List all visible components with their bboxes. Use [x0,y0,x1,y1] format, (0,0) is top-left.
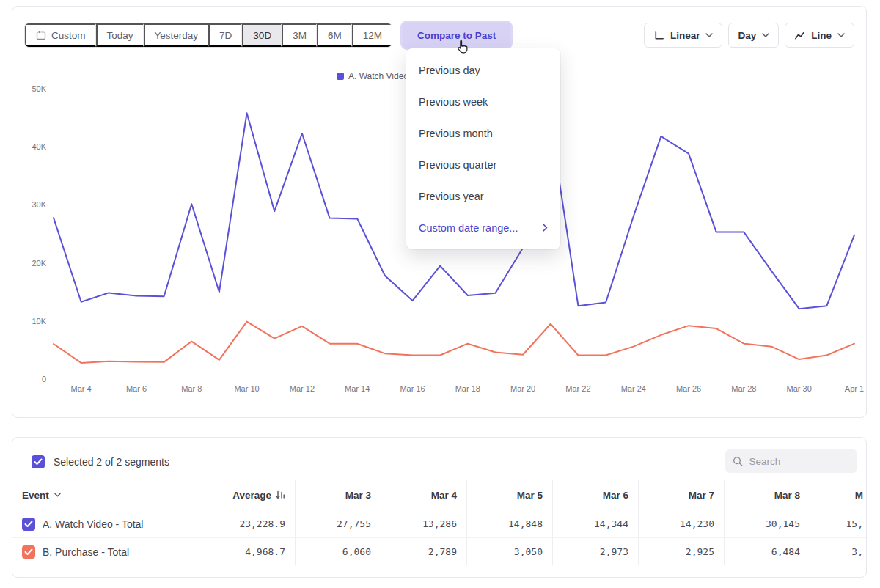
average-value: 4,968.7 [210,538,296,565]
event-cell: B. Purchase - Total [12,538,210,565]
date-value: 30,145 [725,510,810,537]
svg-text:Mar 12: Mar 12 [290,384,315,393]
date-value: 3, [810,538,866,565]
search-box [725,449,857,473]
table-row: B. Purchase - Total4,968.76,0602,7893,05… [12,537,866,565]
svg-text:Mar 28: Mar 28 [731,384,756,393]
date-value: 27,755 [296,510,381,537]
table-header-row: EventAverageMar 3Mar 4Mar 5Mar 6Mar 7Mar… [12,480,866,510]
svg-text:Mar 24: Mar 24 [621,384,646,393]
legend-swatch-icon [337,73,344,80]
row-checkbox[interactable] [22,518,35,531]
menu-item-label: Custom date range... [419,222,518,234]
date-value: 6,060 [296,538,381,565]
compare-menu: Previous dayPrevious weekPrevious monthP… [406,48,560,249]
svg-text:Mar 6: Mar 6 [126,384,147,393]
chart-type-label: Line [811,30,832,41]
calendar-icon [36,30,46,40]
scale-label: Linear [670,30,700,41]
svg-text:Mar 16: Mar 16 [400,384,425,393]
check-icon [34,458,43,466]
svg-text:0: 0 [42,375,46,383]
date-column-header: Mar 8 [725,480,810,510]
range-label: 30D [253,30,271,41]
date-column-header: M [810,480,866,510]
chevron-down-icon [54,493,61,497]
svg-text:Mar 8: Mar 8 [181,384,202,393]
chevron-down-icon [705,33,713,37]
svg-text:Mar 14: Mar 14 [345,384,370,393]
menu-item-previous-day[interactable]: Previous day [406,54,560,86]
svg-text:20K: 20K [32,259,46,268]
chart-controls: Linear Day Line [644,23,854,48]
date-value: 14,848 [467,510,553,537]
select-all-checkbox[interactable] [32,455,45,468]
range-custom[interactable]: Custom [25,23,96,47]
range-label: Custom [51,30,86,41]
toolbar: CustomTodayYesterday7D30D3M6M12M Compare… [24,23,854,48]
date-value: 2,973 [553,538,639,565]
chevron-down-icon [837,33,845,37]
date-column-header: Mar 6 [553,480,639,510]
event-name: A. Watch Video - Total [43,518,143,530]
range-today[interactable]: Today [96,23,144,47]
date-value: 3,050 [467,538,553,565]
date-value: 14,344 [553,510,639,537]
date-value: 2,925 [639,538,725,565]
range-label: 12M [363,30,382,41]
x-axis-labels: Mar 4Mar 6Mar 8Mar 10Mar 12Mar 14Mar 16M… [71,384,865,393]
event-cell: A. Watch Video - Total [12,510,210,537]
svg-text:Mar 18: Mar 18 [455,384,480,393]
selected-segments-label: Selected 2 of 2 segments [54,456,169,468]
range-30d[interactable]: 30D [242,23,282,47]
range-label: 6M [328,30,342,41]
svg-text:Apr 1: Apr 1 [845,384,864,393]
interval-label: Day [738,30,756,41]
row-checkbox[interactable] [22,545,35,559]
event-column-header[interactable]: Event [12,480,210,510]
chart-type-dropdown[interactable]: Line [785,23,854,48]
average-value: 23,228.9 [210,510,296,537]
segments-table-card: Selected 2 of 2 segments EventAverageMar… [12,437,867,578]
date-column-header: Mar 4 [381,480,467,510]
average-column-header[interactable]: Average [210,480,296,510]
event-header-label: Event [22,490,49,501]
menu-item-previous-year[interactable]: Previous year [406,180,560,212]
interval-dropdown[interactable]: Day [728,23,779,48]
svg-text:Mar 20: Mar 20 [510,384,535,393]
range-7d[interactable]: 7D [208,23,242,47]
axis-icon [653,30,664,41]
range-label: 3M [293,30,307,41]
y-axis-labels: 010K20K30K40K50K [32,84,46,383]
svg-text:Mar 4: Mar 4 [71,384,92,393]
series-line-b-purchase-total [54,322,854,363]
event-name: B. Purchase - Total [43,546,129,558]
range-3m[interactable]: 3M [282,23,317,47]
svg-text:Mar 26: Mar 26 [676,384,701,393]
segment-table: EventAverageMar 3Mar 4Mar 5Mar 6Mar 7Mar… [12,480,866,565]
svg-text:50K: 50K [32,84,46,93]
svg-text:10K: 10K [32,317,46,326]
line-chart-icon [794,30,805,41]
menu-item-previous-week[interactable]: Previous week [406,86,560,117]
chart-card: CustomTodayYesterday7D30D3M6M12M Compare… [12,6,867,418]
mouse-cursor-icon [454,39,472,56]
search-input[interactable] [749,456,850,467]
range-12m[interactable]: 12M [352,23,392,47]
search-icon [733,455,744,468]
date-value: 13,286 [381,510,467,537]
scale-dropdown[interactable]: Linear [644,23,723,48]
chevron-down-icon [762,33,769,37]
date-range-group: CustomTodayYesterday7D30D3M6M12M [24,23,392,48]
date-value: 2,789 [381,538,467,565]
menu-item-custom-date-range[interactable]: Custom date range... [406,212,560,243]
sort-descending-icon [276,490,285,499]
range-yesterday[interactable]: Yesterday [144,23,209,47]
date-value: 6,484 [725,538,810,565]
segments-bar: Selected 2 of 2 segments [32,455,169,468]
table-row: A. Watch Video - Total23,228.927,75513,2… [12,510,866,537]
svg-text:Mar 10: Mar 10 [234,384,259,393]
menu-item-previous-quarter[interactable]: Previous quarter [406,149,560,180]
range-6m[interactable]: 6M [317,23,352,47]
menu-item-previous-month[interactable]: Previous month [406,117,560,149]
